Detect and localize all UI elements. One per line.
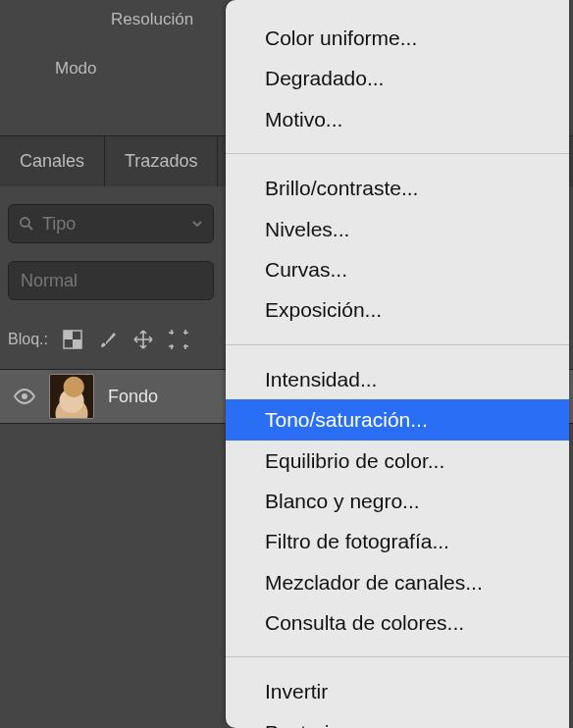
menu-separator	[226, 656, 569, 657]
tab-channels[interactable]: Canales	[0, 136, 105, 186]
menu-hue-saturation[interactable]: Tono/saturación...	[226, 399, 569, 440]
tab-paths[interactable]: Trazados	[105, 136, 218, 186]
brush-icon[interactable]	[97, 329, 119, 350]
svg-rect-4	[73, 339, 81, 348]
menu-curves[interactable]: Curvas...	[226, 249, 569, 289]
layer-thumbnail[interactable]	[49, 374, 94, 419]
menu-levels[interactable]: Niveles...	[226, 209, 569, 249]
menu-posterize[interactable]: Posterizar...	[226, 712, 569, 728]
visibility-icon[interactable]	[14, 389, 35, 404]
menu-invert[interactable]: Invertir	[226, 671, 569, 711]
lock-toolbar: Bloq.:	[0, 320, 189, 359]
lock-label: Bloq.:	[8, 331, 48, 348]
menu-gradient[interactable]: Degradado...	[226, 58, 569, 98]
layer-name-label[interactable]: Fondo	[108, 387, 158, 407]
blend-mode-select[interactable]: Normal	[8, 261, 214, 300]
menu-separator	[226, 153, 569, 154]
blend-mode-value: Normal	[21, 271, 78, 291]
menu-photo-filter[interactable]: Filtro de fotografía...	[226, 521, 569, 561]
chevron-down-icon[interactable]	[191, 218, 203, 230]
menu-exposure[interactable]: Exposición...	[226, 289, 569, 330]
menu-pattern[interactable]: Motivo...	[226, 99, 569, 139]
menu-color-lookup[interactable]: Consulta de colores...	[226, 602, 569, 643]
menu-channel-mixer[interactable]: Mezclador de canales...	[226, 562, 569, 602]
svg-line-1	[28, 226, 32, 230]
menu-separator	[226, 344, 569, 345]
mode-label[interactable]: Modo	[55, 59, 97, 78]
menu-black-white[interactable]: Blanco y negro...	[226, 481, 569, 521]
move-icon[interactable]	[132, 329, 154, 350]
layer-filter-row[interactable]	[8, 204, 214, 243]
lock-transparency-icon[interactable]	[62, 329, 83, 350]
svg-rect-3	[64, 331, 73, 339]
layer-filter-input[interactable]	[42, 214, 150, 234]
search-icon	[19, 216, 34, 232]
resolution-label: Resolución	[111, 10, 193, 29]
menu-brightness-contrast[interactable]: Brillo/contraste...	[226, 168, 569, 208]
adjustment-layer-menu: Color uniforme... Degradado... Motivo...…	[226, 0, 569, 728]
artboard-icon[interactable]	[168, 329, 189, 350]
svg-point-5	[22, 393, 27, 399]
svg-point-0	[21, 218, 29, 227]
menu-vibrance[interactable]: Intensidad...	[226, 359, 569, 399]
menu-color-balance[interactable]: Equilibrio de color...	[226, 441, 569, 481]
menu-solid-color[interactable]: Color uniforme...	[226, 18, 569, 58]
